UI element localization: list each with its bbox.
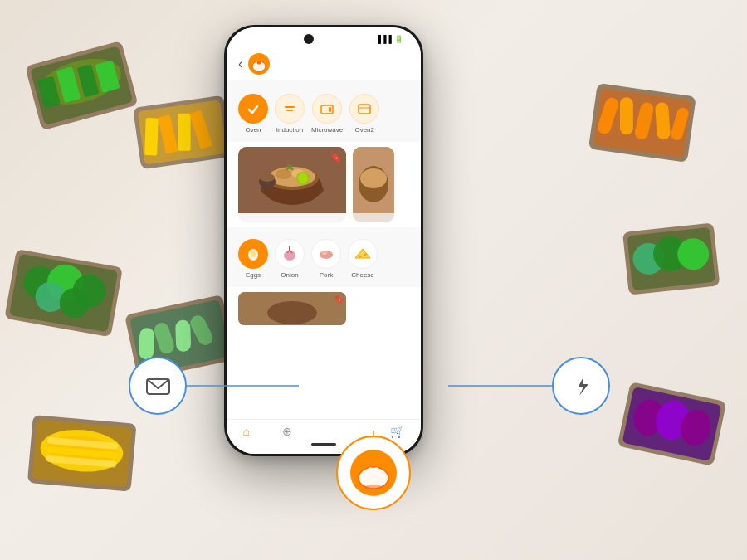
recipe-bottom-img (238, 292, 346, 325)
bookmark-icon-bottom[interactable]: 🔖 (334, 295, 344, 304)
ingredient-cheese[interactable]: Cheese (348, 239, 378, 279)
recipe-info-2 (353, 213, 394, 222)
pork-label: Pork (320, 271, 333, 279)
oven2-icon (349, 94, 379, 124)
svg-rect-62 (329, 107, 331, 112)
ingredients-section: Eggs Onion Pork (227, 227, 421, 287)
nav-cart[interactable]: 🛒 (390, 425, 404, 440)
onion-icon (275, 239, 305, 269)
induction-label: Induction (276, 126, 303, 134)
svg-point-88 (359, 256, 362, 258)
svg-rect-22 (139, 328, 155, 360)
header-left: ‹ (238, 52, 276, 75)
search-icon: ⊕ (282, 425, 292, 438)
svg-rect-9 (144, 118, 159, 155)
svg-point-58 (257, 61, 261, 65)
svg-point-89 (364, 254, 367, 256)
nav-home-indicator (311, 443, 336, 446)
svg-point-84 (320, 251, 333, 259)
recipe-bottom-svg (238, 292, 346, 325)
svg-point-83 (284, 251, 295, 261)
svg-point-73 (287, 164, 292, 169)
center-app-logo (349, 448, 398, 498)
oven-label: Oven (245, 126, 261, 134)
camera-notch (304, 34, 314, 44)
svg-point-71 (276, 169, 292, 179)
svg-point-91 (267, 301, 317, 324)
ingredient-row: Eggs Onion Pork (238, 239, 409, 284)
microwave-icon (312, 94, 342, 124)
status-icons: ▐▐▐ 🔋 (376, 35, 406, 43)
svg-rect-11 (178, 114, 191, 151)
envelope-icon (144, 372, 173, 401)
nav-home[interactable]: ⌂ (243, 425, 250, 440)
svg-rect-41 (620, 97, 633, 134)
phone-screen: ▐▐▐ 🔋 ‹ (227, 27, 421, 454)
svg-point-82 (251, 251, 256, 257)
nav-tabs: ⌂ ⊕ 🛒 (227, 425, 421, 440)
appliance-row: Oven Induction Microwave (238, 94, 409, 139)
appliances-section: Oven Induction Microwave (227, 80, 421, 142)
svg-rect-63 (359, 105, 370, 114)
app-logo (247, 52, 271, 75)
recipe-image-1: 🔖 (238, 147, 346, 213)
svg-rect-24 (175, 320, 191, 353)
recipe-img-2 (353, 147, 394, 213)
recipe-img-svg-2 (353, 147, 394, 213)
floating-circle-left[interactable] (129, 357, 187, 415)
microwave-label: Microwave (311, 126, 343, 134)
eggs-icon (238, 239, 268, 269)
svg-point-85 (322, 251, 327, 255)
ingredient-eggs[interactable]: Eggs (238, 239, 268, 279)
svg-rect-43 (655, 102, 671, 140)
svg-marker-86 (355, 249, 370, 258)
appliance-oven2[interactable]: Oven2 (349, 94, 379, 134)
appliance-microwave[interactable]: Microwave (311, 94, 343, 134)
svg-point-75 (298, 173, 308, 183)
cheese-icon (348, 239, 378, 269)
induction-icon (275, 94, 305, 124)
recipe-section: 🔖 (227, 142, 421, 227)
svg-point-77 (260, 173, 275, 182)
recipe-bottom-row: 🔖 (227, 287, 421, 325)
recipe-bottom-card[interactable]: 🔖 (238, 292, 346, 325)
power-icon (567, 372, 596, 401)
appliance-induction[interactable]: Induction (275, 94, 305, 134)
floating-circle-right[interactable] (552, 357, 610, 415)
cart-icon: 🛒 (390, 425, 404, 438)
onion-label: Onion (281, 271, 298, 279)
status-bar: ▐▐▐ 🔋 (227, 27, 421, 47)
home-icon: ⌂ (243, 425, 250, 438)
recipe-scroll: 🔖 (227, 142, 421, 227)
cheese-label: Cheese (351, 271, 374, 279)
back-button[interactable]: ‹ (238, 56, 242, 71)
svg-rect-60 (286, 110, 293, 111)
ingredient-pork[interactable]: Pork (311, 239, 341, 279)
pork-icon (311, 239, 341, 269)
phone-device: ▐▐▐ 🔋 ‹ (224, 25, 423, 456)
oven2-label: Oven2 (354, 126, 374, 134)
nav-search[interactable]: ⊕ (282, 425, 292, 440)
svg-point-80 (360, 168, 387, 188)
bookmark-icon-1[interactable]: 🔖 (330, 151, 342, 163)
app-header: ‹ (227, 47, 421, 80)
svg-rect-59 (285, 106, 295, 108)
recipe-info-1 (238, 213, 346, 222)
ingredient-onion[interactable]: Onion (275, 239, 305, 279)
floating-circle-center[interactable] (336, 436, 411, 510)
signal-icon: ▐▐▐ (376, 35, 392, 43)
svg-point-99 (365, 485, 382, 489)
battery-icon: 🔋 (394, 35, 403, 43)
recipe-card-1[interactable]: 🔖 (238, 147, 346, 222)
phone-wrapper: ▐▐▐ 🔋 ‹ (224, 25, 423, 456)
recipe-card-2[interactable] (353, 147, 394, 222)
eggs-label: Eggs (246, 271, 261, 279)
appliance-oven[interactable]: Oven (238, 94, 268, 134)
oven-icon (238, 94, 268, 124)
